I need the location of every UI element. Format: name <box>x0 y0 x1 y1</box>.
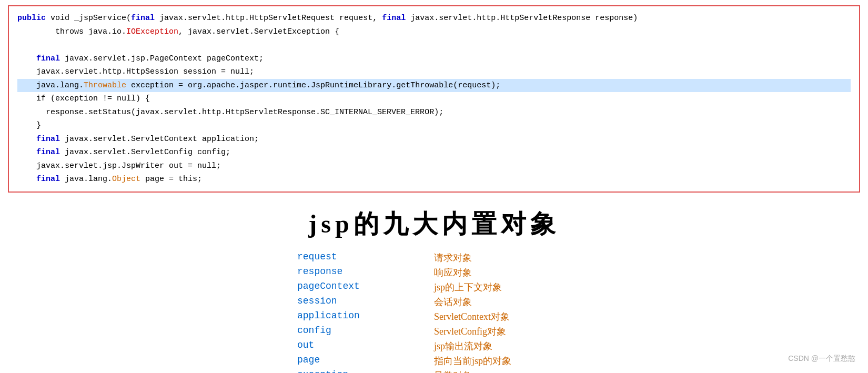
code-segment: exception = org.apache.jasper.runtime.Js… <box>126 81 500 90</box>
code-segment: throws java.io. <box>17 27 126 36</box>
object-name-6: out <box>297 340 402 352</box>
code-line-10: final javax.servlet.ServletConfig config… <box>17 146 851 159</box>
code-segment: final <box>36 135 60 144</box>
code-segment: void _jspService( <box>46 14 131 23</box>
object-desc-3: 会话对象 <box>434 296 571 308</box>
code-line-2 <box>17 38 851 52</box>
object-desc-2: jsp的上下文对象 <box>434 281 571 294</box>
object-desc-8: 异常对象 <box>434 369 571 374</box>
code-segment: final <box>36 54 60 63</box>
code-line-7: response.setStatus(javax.servlet.http.Ht… <box>17 106 851 119</box>
code-segment: response.setStatus(javax.servlet.http.Ht… <box>17 108 443 117</box>
title-section: jsp的九大内置对象 <box>8 207 860 241</box>
code-segment: Object <box>112 175 140 184</box>
code-segment: final <box>382 14 406 23</box>
code-line-5: java.lang.Throwable exception = org.apac… <box>17 79 851 93</box>
code-line-3: final javax.servlet.jsp.PageContext page… <box>17 52 851 66</box>
code-segment: javax.servlet.http.HttpServletResponse r… <box>406 14 638 23</box>
code-segment: javax.servlet.http.HttpServletRequest re… <box>155 14 382 23</box>
code-segment: javax.servlet.jsp.PageContext pageContex… <box>60 54 264 63</box>
page-container: public void _jspService(final javax.serv… <box>0 0 868 373</box>
object-name-8: exception <box>297 369 402 374</box>
code-segment: } <box>17 121 41 130</box>
code-segment: javax.servlet.ServletConfig config; <box>60 148 230 157</box>
code-segment: javax.servlet.ServletContext application… <box>60 135 259 144</box>
code-segment: if (exception != null) { <box>17 94 150 103</box>
object-name-0: request <box>297 251 402 264</box>
code-segment <box>17 135 36 144</box>
code-segment: page = this; <box>140 175 202 184</box>
code-line-11: javax.servlet.jsp.JspWriter out = null; <box>17 159 851 173</box>
object-name-4: application <box>297 310 402 323</box>
object-desc-7: 指向当前jsp的对象 <box>434 355 571 367</box>
object-desc-0: 请求对象 <box>434 251 571 264</box>
code-segment <box>17 175 36 184</box>
code-line-0: public void _jspService(final javax.serv… <box>17 12 851 25</box>
code-block: public void _jspService(final javax.serv… <box>8 5 860 193</box>
code-line-4: javax.servlet.http.HttpSession session =… <box>17 65 851 79</box>
code-line-6: if (exception != null) { <box>17 92 851 106</box>
objects-table: request请求对象response响应对象pageContextjsp的上下… <box>8 251 860 374</box>
code-segment: final <box>36 148 60 157</box>
object-desc-4: ServletContext对象 <box>434 310 571 323</box>
object-name-7: page <box>297 355 402 367</box>
code-segment <box>17 148 36 157</box>
code-segment <box>17 54 36 63</box>
code-segment: public <box>17 14 46 23</box>
code-line-9: final javax.servlet.ServletContext appli… <box>17 133 851 146</box>
object-name-1: response <box>297 266 402 279</box>
object-name-3: session <box>297 296 402 308</box>
code-segment: IOException <box>126 27 178 36</box>
code-line-8: } <box>17 119 851 133</box>
objects-inner: request请求对象response响应对象pageContextjsp的上下… <box>297 251 571 374</box>
object-name-5: config <box>297 325 402 338</box>
code-segment: javax.servlet.http.HttpSession session =… <box>17 67 254 76</box>
code-line-12: final java.lang.Object page = this; <box>17 173 851 186</box>
code-segment: , javax.servlet.ServletException { <box>178 27 339 36</box>
code-segment: final <box>131 14 155 23</box>
object-desc-5: ServletConfig对象 <box>434 325 571 338</box>
code-line-1: throws java.io.IOException, javax.servle… <box>17 25 851 39</box>
code-segment: final <box>36 175 60 184</box>
code-segment: Throwable <box>84 81 126 90</box>
code-segment: java.lang. <box>60 175 112 184</box>
main-title: jsp的九大内置对象 <box>8 207 860 241</box>
code-segment: java.lang. <box>17 81 84 90</box>
code-segment: javax.servlet.jsp.JspWriter out = null; <box>17 162 221 170</box>
object-desc-1: 响应对象 <box>434 266 571 279</box>
object-desc-6: jsp输出流对象 <box>434 340 571 352</box>
watermark: CSDN @一个置愁憨 <box>788 354 855 364</box>
object-name-2: pageContext <box>297 281 402 294</box>
